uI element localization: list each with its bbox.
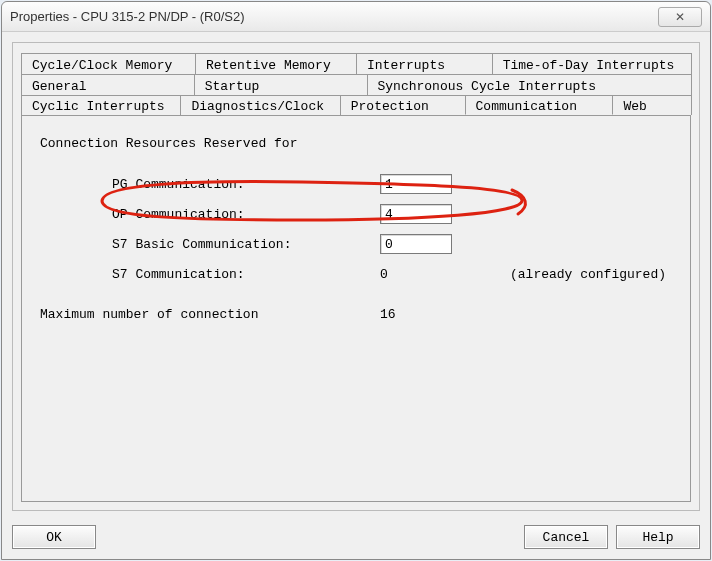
titlebar: Properties - CPU 315-2 PN/DP - (R0/S2) ✕ [2, 2, 710, 32]
content-frame: Cycle/Clock Memory Retentive Memory Inte… [12, 42, 700, 511]
cancel-button[interactable]: Cancel [524, 525, 608, 549]
row-pg-communication: PG Communication: [40, 169, 672, 199]
row-op-communication: OP Communication: [40, 199, 672, 229]
tab-protection[interactable]: Protection [340, 95, 466, 115]
tab-general[interactable]: General [21, 74, 195, 95]
label-s7-basic-communication: S7 Basic Communication: [40, 237, 380, 252]
tab-diagnostics-clock[interactable]: Diagnostics/Clock [180, 95, 340, 115]
note-already-configured: (already configured) [480, 267, 666, 282]
label-s7-communication: S7 Communication: [40, 267, 380, 282]
row-max-connections: Maximum number of connection 16 [40, 307, 672, 322]
help-button[interactable]: Help [616, 525, 700, 549]
properties-dialog: Properties - CPU 315-2 PN/DP - (R0/S2) ✕… [1, 1, 711, 560]
tab-web[interactable]: Web [612, 95, 692, 115]
value-max-connections: 16 [380, 307, 396, 322]
value-s7-communication: 0 [380, 267, 480, 282]
ok-button[interactable]: OK [12, 525, 96, 549]
tab-strip: Cycle/Clock Memory Retentive Memory Inte… [21, 53, 691, 116]
input-pg-communication[interactable] [380, 174, 452, 194]
input-op-communication[interactable] [380, 204, 452, 224]
section-heading: Connection Resources Reserved for [40, 136, 672, 151]
tab-startup[interactable]: Startup [194, 74, 368, 95]
label-op-communication: OP Communication: [40, 207, 380, 222]
tab-retentive-memory[interactable]: Retentive Memory [195, 53, 357, 74]
tab-cycle-clock-memory[interactable]: Cycle/Clock Memory [21, 53, 196, 74]
tab-panel-communication: Connection Resources Reserved for PG Com… [21, 116, 691, 502]
label-pg-communication: PG Communication: [40, 177, 380, 192]
label-max-connections: Maximum number of connection [40, 307, 380, 322]
tab-cyclic-interrupts[interactable]: Cyclic Interrupts [21, 95, 181, 115]
close-icon: ✕ [675, 10, 685, 24]
tab-time-of-day-interrupts[interactable]: Time-of-Day Interrupts [492, 53, 692, 74]
close-button[interactable]: ✕ [658, 7, 702, 27]
tab-interrupts[interactable]: Interrupts [356, 53, 493, 74]
tab-synchronous-cycle-interrupts[interactable]: Synchronous Cycle Interrupts [367, 74, 693, 95]
input-s7-basic-communication[interactable] [380, 234, 452, 254]
dialog-buttons: OK Cancel Help [2, 517, 710, 559]
row-s7-basic-communication: S7 Basic Communication: [40, 229, 672, 259]
tab-communication[interactable]: Communication [465, 95, 614, 115]
window-title: Properties - CPU 315-2 PN/DP - (R0/S2) [10, 9, 658, 24]
row-s7-communication: S7 Communication: 0 (already configured) [40, 259, 672, 289]
